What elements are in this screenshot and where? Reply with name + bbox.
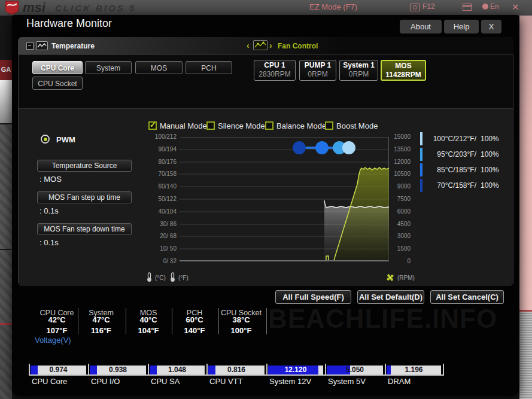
left-axis-tick: 50/122 — [145, 196, 177, 202]
fan-name: PUMP 1 — [300, 60, 336, 70]
pwm-radio[interactable] — [41, 135, 50, 144]
all-set-default-button[interactable]: All Set Default(D) — [357, 290, 424, 304]
bios-right-strip-bottom — [519, 312, 532, 399]
ez-mode-button[interactable]: EZ Mode (F7) — [309, 2, 357, 11]
voltage-gauge-system-5v: 5.050 System 5V — [325, 364, 385, 389]
right-axis-tick: 6000 — [394, 208, 411, 215]
fan-step-up-button[interactable]: MOS Fan step up time — [37, 191, 132, 203]
fan-step-down-value: : 0.1s — [39, 238, 59, 247]
balance-mode-label: Balance Mode — [276, 121, 326, 130]
fan-curve-point-70c[interactable] — [293, 141, 306, 154]
all-set-cancel-button[interactable]: All Set Cancel(C) — [430, 290, 504, 304]
thermometer-celsius-icon — [145, 272, 153, 285]
manual-mode-checkbox[interactable] — [148, 121, 157, 130]
temperature-chart-icon — [36, 41, 48, 53]
fan-box-system1[interactable]: System 1 0RPM — [339, 60, 378, 81]
temperature-source-button[interactable]: Temperature Source — [37, 160, 132, 172]
fan-control-chart-icon[interactable] — [253, 40, 267, 53]
left-strip-panel-1 — [0, 124, 12, 249]
gauge-bar: 1.048 — [150, 366, 205, 374]
fan-rpm-value: 0RPM — [300, 70, 336, 78]
close-window-button[interactable]: X — [481, 20, 501, 33]
readout-fahrenheit: 104°F — [123, 326, 174, 335]
readout-fahrenheit: 140°F — [169, 326, 220, 335]
collapse-box-icon[interactable] — [26, 42, 34, 50]
right-axis-tick: 7500 — [394, 196, 411, 202]
gauge-value: 0.938 — [90, 366, 146, 374]
screenshot-camera-icon[interactable] — [410, 4, 420, 11]
tab-system[interactable]: System — [85, 61, 132, 74]
help-button[interactable]: Help — [444, 20, 479, 33]
legend-color-bar — [420, 179, 422, 192]
silence-mode-checkbox[interactable] — [206, 121, 215, 130]
legend-temp-label: 70°C/158°F/ — [424, 181, 476, 190]
pwm-radio-dot — [44, 138, 47, 141]
gauge-bar: 5.050 — [327, 366, 383, 374]
readout-celsius: 47°C — [76, 315, 126, 324]
gauge-label: CPU VTT — [209, 377, 243, 386]
left-axis-tick: 10/ 50 — [145, 245, 177, 252]
right-axis-tick: 15000 — [394, 133, 411, 140]
readout-celsius: 40°C — [123, 315, 174, 324]
bios-model-text: CLICK BIOS 5 — [55, 3, 136, 13]
legend-temp-label: 95°C/203°F/ — [424, 150, 476, 159]
legend-duty-label: 100% — [481, 135, 504, 143]
fan-icon — [385, 273, 395, 285]
legend-temp-label: 100°C/212°F/ — [424, 135, 476, 143]
screenshot-key-label: F12 — [422, 2, 435, 11]
fan-name: MOS — [382, 61, 425, 71]
rpm-axis-label: (RPM) — [397, 275, 415, 281]
fan-rpm-value: 11428RPM — [382, 71, 425, 79]
thermometer-fahrenheit-icon — [169, 272, 177, 285]
legend-duty-label: 100% — [481, 150, 504, 159]
fan-rpm-value: 2830RPM — [254, 70, 295, 78]
right-axis-tick: 3000 — [394, 233, 411, 239]
gauge-value: 5.050 — [327, 366, 383, 374]
tab-cpu-core[interactable]: CPU Core — [32, 61, 83, 74]
fan-curve-point-85c[interactable] — [315, 141, 329, 154]
gauge-tick — [148, 364, 149, 376]
readout-celsius: 38°C — [216, 315, 266, 324]
readout-fahrenheit: 100°F — [216, 326, 266, 335]
fan-control-section-title[interactable]: Fan Control — [278, 42, 318, 50]
fan-control-next-icon[interactable]: › — [269, 41, 272, 50]
fan-step-up-value: : 0.1s — [39, 206, 59, 215]
fan-box-mos[interactable]: MOS 11428RPM — [381, 60, 426, 81]
window-title: Hardware Monitor — [26, 17, 112, 30]
fan-curve-chart — [180, 137, 389, 261]
window-mode-icon[interactable] — [463, 4, 472, 11]
tab-pch[interactable]: PCH — [186, 61, 232, 74]
tab-cpu-socket[interactable]: CPU Socket — [32, 77, 83, 90]
left-axis-tick: 20/ 68 — [145, 233, 177, 239]
language-globe-icon[interactable] — [482, 4, 488, 10]
gauge-label: System 12V — [269, 377, 311, 386]
temperature-source-value: : MOS — [39, 175, 62, 184]
balance-mode-checkbox[interactable] — [265, 121, 273, 130]
bios-close-icon[interactable]: ✕ — [512, 2, 519, 13]
silence-mode-label: Silence Mode — [218, 121, 265, 130]
gauge-value: 1.196 — [387, 366, 441, 374]
fan-rpm-value: 0RPM — [340, 70, 378, 78]
fan-name: CPU 1 — [254, 60, 295, 70]
gauge-value: 0.974 — [31, 366, 86, 374]
bios-right-strip-top — [519, 16, 532, 310]
readout-celsius: 42°C — [32, 315, 82, 324]
boost-mode-checkbox[interactable] — [325, 121, 333, 130]
legend-color-bar — [420, 132, 422, 145]
right-axis-tick: 4500 — [394, 221, 411, 227]
about-button[interactable]: About — [400, 20, 442, 33]
voltage-gauge-cpu-io: 0.938 CPU I/O — [88, 364, 148, 389]
gauge-baseline — [29, 374, 444, 376]
left-axis-tick: 30/ 86 — [145, 221, 177, 227]
language-label: En — [490, 2, 499, 11]
fan-box-cpu1[interactable]: CPU 1 2830RPM — [254, 60, 296, 81]
gauge-end-tick — [443, 364, 444, 376]
all-full-speed-button[interactable]: All Full Speed(F) — [275, 290, 351, 304]
fan-control-prev-icon[interactable]: ‹ — [247, 41, 250, 50]
fan-box-pump1[interactable]: PUMP 1 0RPM — [299, 60, 336, 81]
voltage-gauge-cpu-core: 0.974 CPU Core — [29, 364, 88, 389]
right-axis-tick: 13500 — [394, 146, 411, 153]
fan-step-down-button[interactable]: MOS Fan step down time — [37, 223, 132, 235]
fan-curve-point-100c[interactable] — [342, 141, 355, 154]
tab-mos[interactable]: MOS — [135, 61, 183, 74]
